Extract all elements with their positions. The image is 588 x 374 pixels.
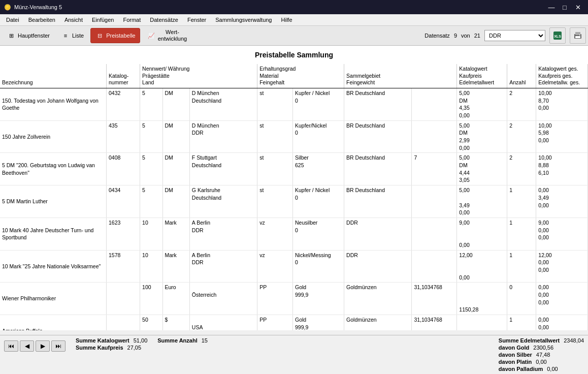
- menu-fenster[interactable]: Fenster: [183, 15, 210, 24]
- cell-anzahl: 2: [507, 88, 536, 120]
- cell-sammel: Goldmünzen: [344, 283, 412, 315]
- liste-button[interactable]: ≡ Liste: [56, 28, 88, 43]
- minimize-button[interactable]: —: [545, 2, 558, 12]
- cell-material: Silber625: [293, 153, 344, 185]
- cell-katalog: 0434: [107, 185, 140, 218]
- cell-kaufpreis: 9,000,00: [457, 217, 507, 250]
- cell-katalogges: 0,000,001150,28: [536, 315, 588, 330]
- cell-material: Gold999,9: [293, 315, 344, 330]
- cell-sammel: DDR: [344, 217, 412, 250]
- cell-nennwert: 100: [140, 283, 162, 315]
- cell-praege: A BerlinDDR: [189, 217, 257, 250]
- preistabelle-icon: ⊟: [95, 31, 104, 40]
- svg-text:XLS: XLS: [554, 35, 561, 38]
- cell-nennwert: 10: [140, 217, 162, 250]
- cell-material: Neusilber0: [293, 217, 344, 250]
- cell-bezeichnung: 10 Mark "25 Jahre Nationale Volksarmee": [0, 250, 107, 283]
- table-row: 5 DM Martin Luther 0434 5 DM G Karlsruhe…: [0, 185, 588, 218]
- cell-katalogges: 10,008,886,10: [536, 153, 588, 185]
- preistabelle-label: Preistabelle: [106, 33, 135, 39]
- menu-sammlungsverwaltung[interactable]: Sammlungsverwaltung: [211, 15, 276, 24]
- title-bar-controls: — □ ✕: [545, 2, 584, 12]
- page-title: Preistabelle Sammlung: [0, 46, 588, 64]
- menu-ansicht[interactable]: Ansicht: [60, 15, 87, 24]
- cell-katalog: [107, 315, 140, 330]
- th-anzahl: Anzahl: [507, 64, 536, 88]
- cell-material: Nickel/Messing0: [293, 250, 344, 283]
- datensatz-label: Datensatz: [424, 33, 450, 39]
- menu-format[interactable]: Format: [119, 15, 145, 24]
- menu-hilfe[interactable]: Hilfe: [277, 15, 297, 24]
- ddr-select[interactable]: DDR BR Deutschland Goldmünzen Silbermünz…: [484, 30, 545, 41]
- cell-kaufpreis: 1150,28: [457, 315, 507, 330]
- von-label: von: [461, 33, 470, 39]
- cell-erhaltung: st: [257, 153, 293, 185]
- cell-katalog: [107, 283, 140, 315]
- cell-kaufpreis: 5,00DM4,350,00: [457, 88, 507, 120]
- data-table: Bezeichnung Katalog-nummer Nennwert/ Wäh…: [0, 64, 588, 330]
- cell-kaufpreis: 5,00DM2,990,00: [457, 120, 507, 153]
- cell-anzahl: 1: [507, 185, 536, 218]
- menu-datensaetze[interactable]: Datensätze: [146, 15, 182, 24]
- cell-kaufpreis: 12,000,00: [457, 250, 507, 283]
- cell-erhaltung: st: [257, 88, 293, 120]
- cell-katalogges: 10,005,980,00: [536, 120, 588, 153]
- cell-praege: F StuttgartDeutschland: [189, 153, 257, 185]
- cell-katalogges: 12,000,000,00: [536, 250, 588, 283]
- table-scroll-area[interactable]: Bezeichnung Katalog-nummer Nennwert/ Wäh…: [0, 64, 588, 330]
- wertentwicklung-icon: 📈: [147, 31, 156, 40]
- close-button[interactable]: ✕: [572, 2, 584, 12]
- cell-anzahl: 1: [507, 217, 536, 250]
- cell-erhaltung: vz: [257, 217, 293, 250]
- hauptfenster-button[interactable]: ⊞ Hauptfenster: [2, 28, 54, 43]
- cell-kaufpreis: 1150,28: [457, 283, 507, 315]
- cell-katalogges: 10,008,700,00: [536, 88, 588, 120]
- cell-anzahl: 0: [507, 283, 536, 315]
- th-erhaltung: ErhaltungsgradMaterialFeingehalt: [257, 64, 344, 88]
- cell-praege: D MünchenDDR: [189, 120, 257, 153]
- table-row: 150 Jahre Zollverein 435 5 DM D MünchenD…: [0, 120, 588, 153]
- cell-erhaltung: vz: [257, 250, 293, 283]
- cell-kaufpreis: 5,00DM4,443,05: [457, 153, 507, 185]
- menu-einfuegen[interactable]: Einfügen: [88, 15, 118, 24]
- cell-feingewicht: [412, 88, 457, 120]
- cell-waehrung: DM: [162, 120, 189, 153]
- menu-bearbeiten[interactable]: Bearbeiten: [24, 15, 59, 24]
- cell-erhaltung: st: [257, 185, 293, 218]
- hauptfenster-icon: ⊞: [7, 31, 16, 40]
- cell-material: Kupfer / Nickel0: [293, 185, 344, 218]
- cell-bezeichnung: American Buffalo: [0, 315, 107, 330]
- cell-feingewicht: 31,1034768: [412, 315, 457, 330]
- cell-anzahl: 2: [507, 153, 536, 185]
- xls-button[interactable]: XLS: [549, 27, 566, 44]
- liste-icon: ≡: [61, 31, 70, 40]
- cell-praege: D MünchenDeutschland: [189, 88, 257, 120]
- cell-anzahl: 1: [507, 250, 536, 283]
- preistabelle-button[interactable]: ⊟ Preistabelle: [90, 28, 140, 43]
- menu-datei[interactable]: Datei: [2, 15, 23, 24]
- cell-bezeichnung: 5 DM "200. Geburtstag von Ludwig van Bee…: [0, 153, 107, 185]
- datensatz-num: 9: [454, 33, 457, 39]
- hauptfenster-label: Hauptfenster: [18, 33, 50, 39]
- cell-feingewicht: [412, 185, 457, 218]
- cell-sammel: BR Deutschland: [344, 153, 412, 185]
- cell-bezeichnung: 150. Todestag von Johann Wolfgang von Go…: [0, 88, 107, 120]
- th-kaufpreis: KatalogwertKaufpreisEdelmetallwert: [457, 64, 507, 88]
- cell-praege: Österreich: [189, 283, 257, 315]
- cell-waehrung: DM: [162, 185, 189, 218]
- cell-waehrung: Euro: [162, 283, 189, 315]
- table-row: 10 Mark "25 Jahre Nationale Volksarmee" …: [0, 250, 588, 283]
- print-button[interactable]: [570, 27, 586, 44]
- table-row: 10 Mark 40 Jahre Deutscher Turn- und Spo…: [0, 217, 588, 250]
- toolbar: ⊞ Hauptfenster ≡ Liste ⊟ Preistabelle 📈 …: [0, 26, 588, 46]
- cell-feingewicht: [412, 120, 457, 153]
- wertentwicklung-button[interactable]: 📈 Wert-entwicklung: [142, 28, 191, 43]
- app-icon: 🪙: [4, 4, 11, 11]
- cell-waehrung: $: [162, 315, 189, 330]
- maximize-button[interactable]: □: [559, 2, 571, 12]
- table-row: 150. Todestag von Johann Wolfgang von Go…: [0, 88, 588, 120]
- th-bezeichnung: Bezeichnung: [0, 64, 107, 88]
- cell-material: Kupfer/Nickel0: [293, 120, 344, 153]
- cell-feingewicht: 31,1034768: [412, 283, 457, 315]
- cell-bezeichnung: Wiener Philharmoniker: [0, 283, 107, 315]
